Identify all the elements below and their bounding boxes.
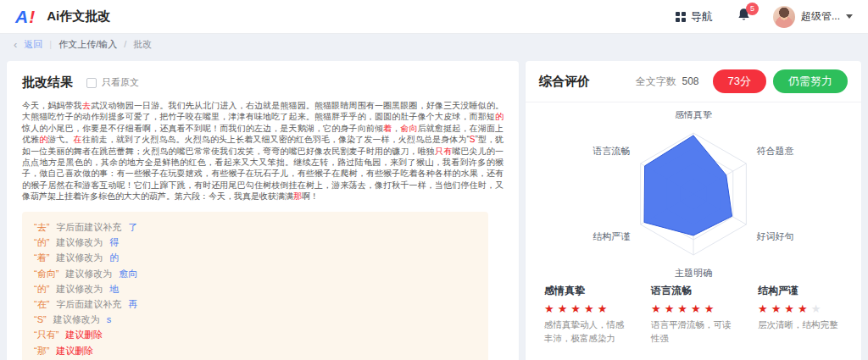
rating-stars: ★★★★★ xyxy=(651,303,736,314)
logo-letter: A xyxy=(15,7,28,27)
checkbox-box[interactable] xyxy=(86,78,97,88)
star-filled-icon: ★ xyxy=(651,302,665,315)
star-filled-icon: ★ xyxy=(691,302,704,315)
back-chevron-icon: ‹ xyxy=(14,38,17,51)
essay-highlight[interactable]: 去 xyxy=(82,101,91,110)
essay-text: 今天，妈妈带我去武汉动物园一日游。我们先从北门进入，右边就是熊猫园。熊猫眼睛周围… xyxy=(22,100,504,202)
suggestion-quote: “S” xyxy=(34,315,47,324)
essay-segment: 往前走，就到了火烈鸟岛。火烈鸟的头上长着又细又密的红色羽毛，像染了发一样，火烈鸟… xyxy=(82,135,470,144)
suggestion-item[interactable]: “的”建议修改为得 xyxy=(34,235,476,251)
essay-highlight[interactable]: 的 xyxy=(39,135,47,144)
notification-bell[interactable]: 5 xyxy=(737,8,751,26)
rating-description: 感情真挚动人，情感丰沛，极富感染力 xyxy=(544,318,629,346)
suggestion-quote: “那” xyxy=(34,346,49,356)
evaluation-title: 综合评价 xyxy=(539,74,590,90)
rating-description: 层次清晰，结构完整 xyxy=(758,318,843,332)
rating-block: 语言流畅★★★★★语言平滑流畅，可读性强 xyxy=(651,284,736,346)
ratings-grid: 感情真挚★★★★★感情真挚动人，情感丰沛，极富感染力语言流畅★★★★★语言平滑流… xyxy=(526,277,861,360)
suggestion-value: s xyxy=(107,315,112,324)
rating-title: 语言流畅 xyxy=(651,284,736,298)
suggestion-list: “去”字后面建议补充了“的”建议修改为得“着”建议修改为的“俞向”建议修改为愈向… xyxy=(22,212,488,360)
star-filled-icon: ★ xyxy=(598,302,611,315)
star-filled-icon: ★ xyxy=(544,302,558,315)
suggestion-quote: “着” xyxy=(34,253,49,263)
user-menu[interactable]: 超级管... xyxy=(773,6,853,28)
suggestion-value: 得 xyxy=(109,238,119,247)
nav-menu-label: 导航 xyxy=(691,9,713,25)
suggestion-item[interactable]: “只有”建议删除 xyxy=(34,328,476,343)
suggestion-value: 的 xyxy=(109,253,119,263)
star-filled-icon: ★ xyxy=(704,302,718,315)
suggestion-action: 字后面建议补充 xyxy=(56,300,121,309)
radar-axis-label: 结构严谨 xyxy=(593,231,631,241)
suggestion-quote: “去” xyxy=(34,223,49,232)
show-original-checkbox[interactable]: 只看原文 xyxy=(86,76,139,89)
suggestion-item[interactable]: “S”建议修改为s xyxy=(34,313,476,328)
star-filled-icon: ★ xyxy=(558,302,571,315)
user-name: 超级管... xyxy=(801,9,840,24)
score-badge: 73分 xyxy=(713,69,766,93)
suggestion-item[interactable]: “的”建议修改为地 xyxy=(34,281,476,296)
essay-highlight[interactable]: 只有 xyxy=(435,147,452,156)
suggestion-action: 建议修改为 xyxy=(56,285,103,294)
suggestion-action: 建议修改为 xyxy=(53,315,100,324)
suggestion-item[interactable]: “去”字后面建议补充了 xyxy=(34,220,476,235)
correction-result-title: 批改结果 xyxy=(22,75,73,91)
rating-title: 结构严谨 xyxy=(758,284,843,298)
breadcrumb-separator: | xyxy=(49,39,52,49)
suggestion-action: 建议修改为 xyxy=(56,238,103,247)
correction-result-card: 批改结果 只看原文 今天，妈妈带我去武汉动物园一日游。我们先从北门进入，右边就是… xyxy=(7,61,519,360)
radar-chart: 感情真挚符合题意好词好句主题明确结构严谨语言流畅 xyxy=(526,102,861,277)
essay-segment: ， xyxy=(392,124,400,133)
star-filled-icon: ★ xyxy=(677,302,691,315)
suggestion-action: 字后面建议补充 xyxy=(56,223,121,232)
essay-segment: 啊！ xyxy=(302,191,319,201)
radar-axis-label: 好词好句 xyxy=(755,231,793,241)
suggestion-quote: “的” xyxy=(34,238,49,247)
star-filled-icon: ★ xyxy=(584,302,598,315)
star-empty-icon: ★ xyxy=(811,302,825,315)
avatar xyxy=(773,6,795,28)
essay-highlight[interactable]: 的 xyxy=(495,112,504,121)
suggestion-item[interactable]: “在”字后面建议补充再 xyxy=(34,296,476,312)
suggestion-action: 建议修改为 xyxy=(56,253,103,263)
essay-highlight[interactable]: 在 xyxy=(74,135,82,144)
radar-axis-label: 语言流畅 xyxy=(593,146,631,156)
suggestion-item[interactable]: “俞向”建议修改为愈向 xyxy=(34,266,476,281)
breadcrumb: ‹ 返回 | 作文上传/输入 / 批改 xyxy=(0,34,868,54)
breadcrumb-slash: / xyxy=(124,39,126,49)
star-filled-icon: ★ xyxy=(758,302,771,315)
suggestion-action: 建议修改为 xyxy=(65,269,112,279)
nav-menu-button[interactable]: 导航 xyxy=(675,9,713,25)
star-filled-icon: ★ xyxy=(665,302,678,315)
suggestion-item[interactable]: “着”建议修改为的 xyxy=(34,251,476,266)
rating-title: 感情真挚 xyxy=(544,284,629,298)
breadcrumb-item-current: 批改 xyxy=(133,38,152,51)
essay-segment: 游弋。 xyxy=(47,135,73,144)
rating-block: 结构严谨★★★★★层次清晰，结构完整 xyxy=(758,284,843,346)
radar-axis-label: 感情真挚 xyxy=(675,111,712,119)
grid-icon xyxy=(675,11,687,23)
suggestion-value: 了 xyxy=(128,223,137,232)
word-count: 全文字数 508 xyxy=(636,75,699,89)
rating-stars: ★★★★★ xyxy=(544,303,629,314)
breadcrumb-back-link[interactable]: 返回 xyxy=(24,38,42,51)
star-filled-icon: ★ xyxy=(798,302,811,315)
app-header: A! Ai作文批改 导航 5 超级管... xyxy=(0,0,868,34)
suggestion-item[interactable]: “那”建议删除 xyxy=(34,343,476,358)
app-logo[interactable]: A! xyxy=(15,7,35,27)
checkbox-label: 只看原文 xyxy=(102,76,139,89)
chevron-down-icon xyxy=(846,14,853,19)
star-filled-icon: ★ xyxy=(784,302,798,315)
essay-segment: 今天，妈妈带我 xyxy=(22,101,82,110)
essay-highlight[interactable]: 那 xyxy=(293,191,302,201)
breadcrumb-item-upload[interactable]: 作文上传/输入 xyxy=(58,38,117,51)
essay-segment: 惊人的小尾巴，你要是不仔细看啊，还真看不到呢！而我们的左边，是天鹅湖，它的身子向… xyxy=(22,124,383,133)
essay-highlight[interactable]: 着 xyxy=(383,124,392,133)
suggestion-value: 再 xyxy=(128,300,137,309)
suggestion-quote: “俞向” xyxy=(34,269,58,279)
logo-exclaim: ! xyxy=(29,7,35,27)
essay-highlight[interactable]: 俞向 xyxy=(400,124,417,133)
star-filled-icon: ★ xyxy=(570,302,584,315)
grade-badge: 仍需努力 xyxy=(773,69,848,93)
